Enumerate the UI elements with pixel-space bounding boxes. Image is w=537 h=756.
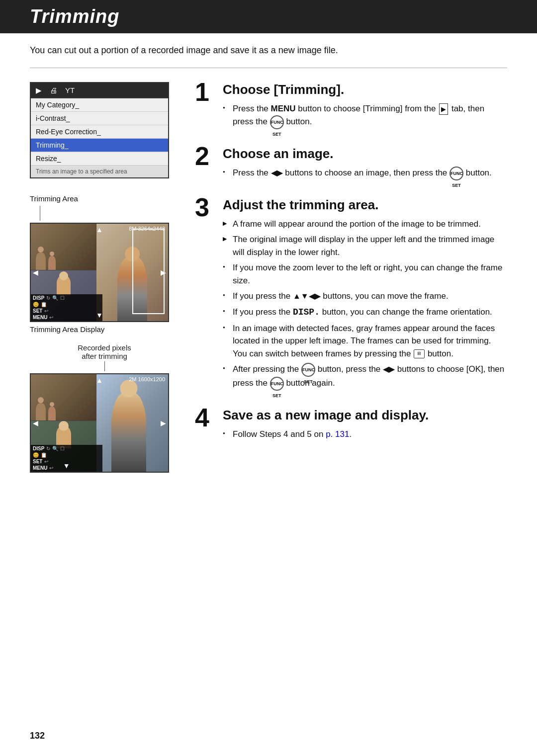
bottom-arrow: ▼ [96,311,103,319]
page-title: Trimming [30,6,525,27]
person2-head [120,380,138,397]
menu-item-icontrast: i-Contrast_ [31,112,168,125]
step3-bullet5: If you press the DISP. button, you can c… [223,306,507,319]
step4-number: 4 [195,405,215,430]
step3-title: Adjust the trimming area. [223,197,507,213]
menu-item-resize: Resize_ [31,152,168,166]
disp-text: DISP. [293,307,320,317]
resolution-overlay: 8M 3264x2448 [129,226,165,232]
menu-screenshot: ▶ 🖨 YT My Category_ i-Contrast_ Red-Eye … [30,82,169,178]
bottom-arrow2: ▼ [63,462,70,470]
img2-main [96,374,168,472]
title-bar: Trimming [0,0,537,33]
step3-bullet1: A frame will appear around the portion o… [223,218,507,231]
func-set-btn4: FUNCSET [270,377,284,391]
step1-title: Choose [Trimming]. [223,82,507,97]
tab-settings: YT [65,86,75,95]
top-arrow2: ▲ [96,376,103,384]
trimming-area-display: 8M 3264x2448 ◀ ▶ ▲ ▼ DISP ↻ 🔍 ☐ [30,223,169,322]
img-top-left [31,224,96,270]
trimming-area-display-label: Trimming Area Display [30,325,179,334]
step2-title: Choose an image. [223,146,507,162]
img-main [96,224,168,321]
step4-content: Save as a new image and display. Follow … [223,408,507,444]
recorded-pixels-section: Recorded pixels after trimming [30,343,179,360]
func-set-btn3: FUNCSET [301,363,315,377]
recorded-pixels-label1: Recorded pixels [30,343,179,352]
step1-number: 1 [195,79,215,105]
step2-bullet1: Press the ◀▶ buttons to choose an image,… [223,167,507,180]
step2-bullets: Press the ◀▶ buttons to choose an image,… [223,167,507,180]
page-container: Trimming You can cut out a portion of a … [0,0,537,756]
step3: 3 Adjust the trimming area. A frame will… [195,197,507,394]
after-trimming-display: 2M 1600x1200 ◀ ▶ ▲ ▼ DISP ↻ 🔍 ☐ [30,373,169,473]
recorded-pixels-label2: after trimming [30,352,179,360]
lr-arrows2: ◀▶ [383,365,395,373]
intro-text: You can cut out a portion of a recorded … [30,45,507,56]
step3-bullets: A frame will appear around the portion o… [223,218,507,391]
menu-item-trimming: Trimming_ [31,139,168,152]
menu-description: Trims an image to a specified area [31,166,168,177]
step1-content: Choose [Trimming]. Press the MENU button… [223,82,507,132]
step3-bullet2: The original image will display in the u… [223,233,507,258]
step1-bullet1: Press the MENU button to choose [Trimmin… [223,102,507,129]
step3-bullet3: If you move the zoom lever to the left o… [223,261,507,287]
img2-top-left [31,374,96,421]
right-arrow: ▶ [161,268,166,276]
lr-arrows: ◀▶ [271,168,283,177]
step1: 1 Choose [Trimming]. Press the MENU butt… [195,82,507,132]
menu-item-mycategory: My Category_ [31,98,168,112]
step2: 2 Choose an image. Press the ◀▶ buttons … [195,146,507,183]
step3-bullet6: In an image with detected faces, gray fr… [223,322,507,360]
step3-bullet7: After pressing the FUNCSET button, press… [223,363,507,391]
left-arrow: ◀ [33,268,38,276]
menu-item-redeye: Red-Eye Correction_ [31,125,168,139]
step3-content: Adjust the trimming area. A frame will a… [223,197,507,394]
tab-play: ▶ [36,86,42,95]
menu-items-list: My Category_ i-Contrast_ Red-Eye Correct… [31,98,168,166]
face-btn-icon: ⊞ [414,349,425,358]
left-column: ▶ 🖨 YT My Category_ i-Contrast_ Red-Eye … [30,82,179,476]
step3-bullet4: If you press the ▲▼◀▶ buttons, you can m… [223,290,507,303]
right-column: 1 Choose [Trimming]. Press the MENU butt… [195,82,507,458]
step2-number: 2 [195,143,215,169]
menu-top-bar: ▶ 🖨 YT [31,83,168,98]
step2-content: Choose an image. Press the ◀▶ buttons to… [223,146,507,183]
step4-title: Save as a new image and display. [223,408,507,423]
func-set-btn1: FUNCSET [270,115,284,129]
top-arrow: ▲ [96,226,103,234]
step4-bullets: Follow Steps 4 and 5 on p. 131. [223,428,507,441]
play-tab-icon: ▶ [439,103,448,115]
divider [30,68,507,68]
all-arrows: ▲▼◀▶ [293,292,321,300]
page-link[interactable]: p. 131 [326,429,349,439]
trimming-area-label: Trimming Area [30,194,179,203]
right-arrow2: ▶ [161,419,166,427]
step1-bullets: Press the MENU button to choose [Trimmin… [223,102,507,129]
step4: 4 Save as a new image and display. Follo… [195,408,507,444]
func-set-btn2: FUNCSET [449,167,463,180]
left-arrow2: ◀ [33,419,38,427]
page-number: 132 [30,731,45,741]
menu-text: MENU [271,104,296,113]
main-content: ▶ 🖨 YT My Category_ i-Contrast_ Red-Eye … [30,82,507,476]
step4-bullet1: Follow Steps 4 and 5 on p. 131. [223,428,507,441]
resolution-overlay2: 2M 1600x1200 [129,376,165,382]
person2-silhouette [111,392,146,472]
step3-number: 3 [195,194,215,220]
trim-frame [132,229,165,314]
tab-print: 🖨 [50,86,57,95]
